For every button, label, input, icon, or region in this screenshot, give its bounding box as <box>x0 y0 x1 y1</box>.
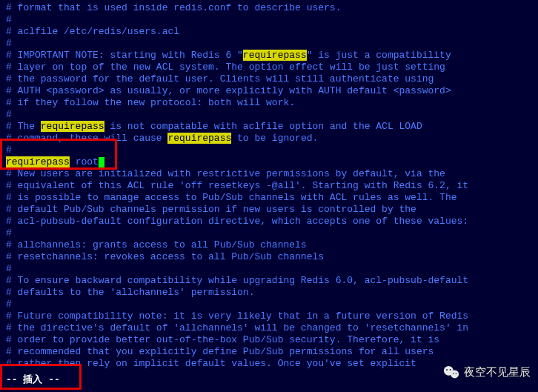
line-text: # recommended that you explicitly define… <box>6 346 434 357</box>
line-text: # New users are initialized with restric… <box>6 168 445 179</box>
line-text: # if they follow the new protocol: both … <box>6 97 295 108</box>
line-text: # <box>6 299 12 310</box>
search-highlight: requirepass <box>41 121 104 132</box>
editor-line[interactable]: # <box>6 144 538 156</box>
vim-mode-indicator: -- 插入 -- <box>6 374 60 386</box>
editor-line[interactable]: # if they follow the new protocol: both … <box>6 97 538 109</box>
line-text: root <box>70 156 99 167</box>
editor-line[interactable]: # IMPORTANT NOTE: starting with Redis 6 … <box>6 50 538 62</box>
line-text: # <box>6 109 12 120</box>
editor-line[interactable]: # <box>6 263 538 275</box>
editor-line[interactable]: # <box>6 109 538 121</box>
editor-line[interactable]: # order to provide better out-of-the-box… <box>6 334 538 346</box>
editor-line[interactable]: # The requirepass is not compatable with… <box>6 121 538 133</box>
line-text: # command, these will cause <box>6 133 167 144</box>
line-text: # <box>6 38 12 49</box>
line-text: # AUTH <password> as usually, or more ex… <box>6 85 451 96</box>
line-text: # layer on top of the new ACL system. Th… <box>6 62 445 73</box>
line-text: # <box>6 14 12 25</box>
editor-line[interactable]: # resetchannels: revokes access to all P… <box>6 251 538 263</box>
line-text: # is possible to manage access to Pub/Su… <box>6 192 457 203</box>
wechat-icon <box>443 365 459 379</box>
line-text: # aclfile /etc/redis/users.acl <box>6 26 179 37</box>
editor-line[interactable]: # To ensure backward compatibility while… <box>6 275 538 287</box>
line-text: # The <box>6 121 41 132</box>
editor-line[interactable]: # the password for the default user. Cli… <box>6 73 538 85</box>
editor-line[interactable]: # default Pub/Sub channels permission if… <box>6 204 538 216</box>
editor-line[interactable]: # recommended that you explicitly define… <box>6 346 538 358</box>
search-highlight: requirepass <box>6 156 70 167</box>
search-highlight: requirepass <box>167 133 231 144</box>
line-text: # defaults to the 'allchannels' permissi… <box>6 287 254 298</box>
editor-line[interactable]: # <box>6 14 538 26</box>
line-text: to be ignored. <box>231 133 318 144</box>
line-text: is not compatable with aclfile option an… <box>104 121 422 132</box>
editor-line[interactable]: # the directive's default of 'allchannel… <box>6 322 538 334</box>
line-text: # acl-pubsub-default configuration direc… <box>6 216 468 227</box>
editor-line[interactable]: # layer on top of the new ACL system. Th… <box>6 62 538 73</box>
svg-point-3 <box>450 369 451 371</box>
editor-line[interactable]: # format that is used inside redis.conf … <box>6 2 538 14</box>
editor-line[interactable]: # Future compatibility note: it is very … <box>6 310 538 322</box>
editor-line[interactable]: # command, these will cause requirepass … <box>6 133 538 144</box>
editor-line[interactable]: # aclfile /etc/redis/users.acl <box>6 26 538 38</box>
line-text: # IMPORTANT NOTE: starting with Redis 6 … <box>6 50 243 61</box>
editor-line[interactable]: # <box>6 227 538 239</box>
editor-line[interactable]: requirepass root <box>6 156 538 168</box>
editor-line[interactable]: # New users are initialized with restric… <box>6 168 538 180</box>
svg-point-1 <box>451 370 459 378</box>
editor-line[interactable]: # defaults to the 'allchannels' permissi… <box>6 287 538 299</box>
editor-line[interactable]: # is possible to manage access to Pub/Su… <box>6 192 538 204</box>
svg-point-5 <box>456 373 457 374</box>
line-text: # rather then rely on implicit default v… <box>6 358 416 369</box>
line-text: # default Pub/Sub channels permission if… <box>6 204 416 215</box>
line-text: # <box>6 227 12 239</box>
svg-point-4 <box>453 373 454 374</box>
watermark: 夜空不见星辰 <box>443 365 531 379</box>
editor-line[interactable]: # equivalent of this ACL rule 'off reset… <box>6 180 538 192</box>
line-text: # <box>6 144 12 156</box>
line-text: # allchannels: grants access to all Pub/… <box>6 239 307 250</box>
line-text: # equivalent of this ACL rule 'off reset… <box>6 180 468 191</box>
line-text: # Future compatibility note: it is very … <box>6 310 468 322</box>
svg-point-2 <box>446 369 448 371</box>
line-text: # resetchannels: revokes access to all P… <box>6 251 324 262</box>
editor-line[interactable]: # <box>6 38 538 50</box>
text-cursor <box>99 157 104 167</box>
editor-line[interactable]: # <box>6 299 538 310</box>
terminal-editor[interactable]: # format that is used inside redis.conf … <box>6 2 538 370</box>
editor-line[interactable]: # allchannels: grants access to all Pub/… <box>6 239 538 251</box>
line-text: # the password for the default user. Cli… <box>6 73 434 84</box>
line-text: " is just a compatibility <box>307 50 451 61</box>
editor-line[interactable]: # acl-pubsub-default configuration direc… <box>6 216 538 227</box>
search-highlight: requirepass <box>243 50 307 61</box>
line-text: # format that is used inside redis.conf … <box>6 2 341 13</box>
line-text: # order to provide better out-of-the-box… <box>6 334 439 345</box>
line-text: # <box>6 263 12 274</box>
line-text: # To ensure backward compatibility while… <box>6 275 468 286</box>
line-text: # the directive's default of 'allchannel… <box>6 322 468 333</box>
watermark-text: 夜空不见星辰 <box>464 366 531 378</box>
editor-line[interactable]: # AUTH <password> as usually, or more ex… <box>6 85 538 97</box>
